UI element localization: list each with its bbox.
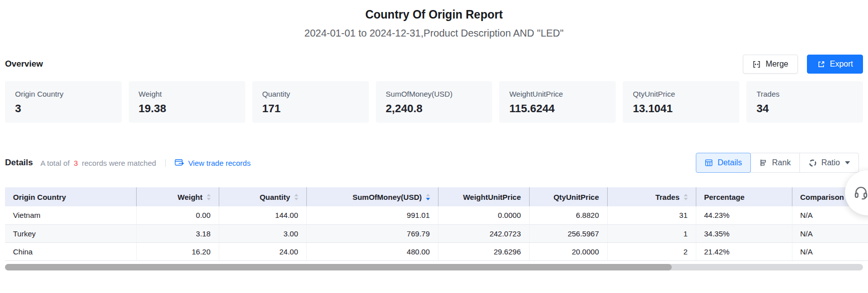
overview-cards: Origin Country 3 Weight 19.38 Quantity 1…: [5, 81, 863, 123]
tab-rank-label: Rank: [772, 158, 790, 167]
table-cell: Vietnam: [5, 206, 136, 224]
stat-card-value: 19.38: [139, 102, 235, 115]
view-trade-records-link[interactable]: View trade records: [175, 159, 251, 167]
sort-icon-active-desc[interactable]: [426, 194, 430, 200]
view-trade-records-label: View trade records: [188, 159, 251, 167]
merge-button-label: Merge: [765, 60, 788, 69]
column-header-quantity[interactable]: Quantity: [219, 187, 306, 206]
sort-icon[interactable]: [684, 194, 688, 200]
tab-ratio-label: Ratio: [821, 158, 840, 167]
table-cell: 0.0000: [438, 206, 529, 224]
column-header-percentage: Percentage: [696, 187, 792, 206]
table-cell: 1: [607, 224, 696, 242]
export-button-label: Export: [830, 60, 853, 69]
ratio-ring-icon: [808, 159, 817, 167]
sort-icon[interactable]: [294, 194, 298, 200]
tab-details-label: Details: [717, 158, 742, 167]
table-cell: 34.35%: [696, 224, 792, 242]
tab-rank[interactable]: Rank: [750, 153, 799, 173]
stat-card-qty-unit-price: QtyUnitPrice 13.1041: [623, 81, 739, 123]
table-cell: 2: [607, 242, 696, 260]
match-summary-prefix: A total of: [41, 159, 70, 167]
match-count: 3: [74, 159, 78, 167]
headset-icon: [845, 185, 868, 200]
table-cell: 3.00: [219, 224, 306, 242]
table-row: Turkey 3.18 3.00 769.79 242.0723 256.596…: [5, 224, 868, 242]
stat-card-value: 34: [756, 102, 853, 115]
stat-card-value: 115.6244: [509, 102, 606, 115]
rank-bars-icon: [759, 159, 767, 167]
table-grid-icon: [705, 159, 713, 167]
stat-card-weight: Weight 19.38: [129, 81, 245, 123]
stat-card-origin-country: Origin Country 3: [5, 81, 122, 123]
toolbar: Overview Merge Export: [5, 54, 863, 74]
stat-card-label: WeightUnitPrice: [509, 90, 606, 98]
table-header-row: Origin Country Weight Quantity SumOfMone…: [5, 187, 868, 206]
table-cell: 44.23%: [696, 206, 792, 224]
trade-records-icon: [175, 159, 184, 167]
stat-card-label: Trades: [756, 90, 853, 98]
stat-card-weight-unit-price: WeightUnitPrice 115.6244: [499, 81, 616, 123]
column-label: QtyUnitPrice: [554, 193, 599, 201]
column-label: Origin Country: [13, 193, 66, 201]
table-cell: 29.6296: [438, 242, 529, 260]
table-cell: N/A: [792, 224, 868, 242]
divider: [165, 159, 166, 167]
column-label: SumOfMoney(USD): [352, 193, 421, 201]
table-cell: Turkey: [5, 224, 136, 242]
table-cell: 242.0723: [438, 224, 529, 242]
details-table: Origin Country Weight Quantity SumOfMone…: [5, 187, 863, 261]
column-header-trades[interactable]: Trades: [607, 187, 696, 206]
column-label: WeightUnitPrice: [463, 193, 521, 201]
details-heading: Details: [5, 158, 33, 168]
table-cell: 31: [607, 206, 696, 224]
table-cell: 21.42%: [696, 242, 792, 260]
chevron-down-icon: [845, 161, 850, 164]
stat-card-value: 3: [15, 102, 112, 115]
match-summary: A total of3records were matched: [41, 159, 156, 167]
column-header-qty-unit-price: QtyUnitPrice: [529, 187, 607, 206]
page-title: Country Of Origin Report: [0, 8, 868, 22]
table-cell: 24.00: [219, 242, 306, 260]
details-bar: Details A total of3records were matched …: [5, 153, 863, 173]
view-mode-switcher: Details Rank Ratio: [696, 153, 859, 173]
horizontal-scrollbar-track[interactable]: [5, 264, 863, 270]
stat-card-label: Quantity: [262, 90, 359, 98]
column-header-weight[interactable]: Weight: [136, 187, 219, 206]
table-cell: 3.18: [136, 224, 219, 242]
table-cell: N/A: [792, 242, 868, 260]
export-button[interactable]: Export: [807, 55, 863, 74]
table-cell: 144.00: [219, 206, 306, 224]
stat-card-label: Origin Country: [15, 90, 112, 98]
table-cell: 991.01: [306, 206, 438, 224]
column-header-sum-of-money[interactable]: SumOfMoney(USD): [306, 187, 438, 206]
tab-details[interactable]: Details: [696, 153, 751, 173]
overview-heading: Overview: [5, 59, 43, 69]
column-label: Trades: [655, 193, 679, 201]
stat-card-value: 13.1041: [633, 102, 729, 115]
stat-card-sum-of-money: SumOfMoney(USD) 2,240.8: [376, 81, 493, 123]
merge-icon: [752, 60, 761, 69]
column-label: Quantity: [260, 193, 290, 201]
horizontal-scrollbar-thumb[interactable]: [5, 264, 672, 270]
stat-card-label: QtyUnitPrice: [633, 90, 729, 98]
stat-card-value: 2,240.8: [386, 102, 483, 115]
report-subtitle: 2024-01-01 to 2024-12-31,Product Descrip…: [0, 28, 868, 39]
tab-ratio[interactable]: Ratio: [799, 153, 859, 173]
column-label: Weight: [178, 193, 203, 201]
stat-card-quantity: Quantity 171: [252, 81, 369, 123]
merge-button[interactable]: Merge: [743, 55, 797, 74]
table-cell: 16.20: [136, 242, 219, 260]
table-cell: China: [5, 242, 136, 260]
stat-card-label: Weight: [139, 90, 235, 98]
table-cell: 256.5967: [529, 224, 607, 242]
column-label: Percentage: [704, 193, 745, 201]
table-cell: 0.00: [136, 206, 219, 224]
column-label: Comparison: [800, 193, 844, 201]
table-cell: 480.00: [306, 242, 438, 260]
stat-card-label: SumOfMoney(USD): [386, 90, 483, 98]
export-icon: [817, 60, 825, 69]
column-header-weight-unit-price: WeightUnitPrice: [438, 187, 529, 206]
sort-icon[interactable]: [207, 194, 211, 200]
column-header-origin-country: Origin Country: [5, 187, 136, 206]
